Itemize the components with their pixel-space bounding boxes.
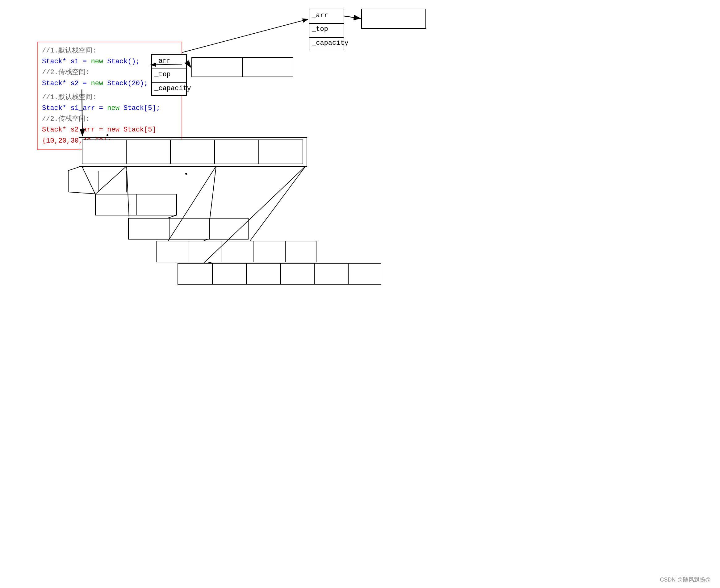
field-arr-1: _arr bbox=[312, 12, 328, 19]
array-row-3-outer bbox=[95, 194, 177, 215]
heap-box-1 bbox=[361, 9, 426, 29]
code-s2: Stack* s2 = bbox=[42, 80, 91, 87]
code-line-7: //2.传栈空间: bbox=[42, 113, 177, 124]
svg-line-15 bbox=[168, 215, 177, 218]
dot-2 bbox=[185, 173, 187, 175]
struct-box-2: _arr _top _capacity bbox=[151, 54, 187, 96]
array-row-1-frame bbox=[79, 138, 307, 167]
code-stack-3: Stack[5]; bbox=[120, 104, 160, 112]
code-s1: Stack* s1 = bbox=[42, 58, 91, 65]
field-arr-2: _arr bbox=[155, 57, 171, 65]
struct-box-1: _arr _top _capacity bbox=[309, 9, 344, 50]
field-top-2: _top bbox=[155, 71, 171, 78]
code-new-2: new bbox=[91, 80, 103, 87]
svg-line-11 bbox=[210, 166, 216, 218]
field-top-1: _top bbox=[312, 25, 328, 33]
bottom-label: CSDN @随风飘扬@ bbox=[660, 576, 711, 583]
array-row-2-outer bbox=[68, 171, 127, 192]
field-capacity-1: _capacity bbox=[312, 39, 349, 47]
svg-line-2 bbox=[187, 62, 191, 67]
code-new-1: new bbox=[91, 58, 103, 65]
heap-box-2a bbox=[191, 57, 242, 77]
array-row-5-outer bbox=[156, 241, 316, 262]
svg-line-6 bbox=[68, 166, 82, 171]
svg-line-1 bbox=[344, 16, 361, 19]
comment-3: //1.默认栈空间: bbox=[42, 93, 96, 101]
field-capacity-2: _capacity bbox=[155, 85, 191, 92]
svg-line-13 bbox=[250, 166, 306, 241]
comment-4: //2.传栈空间: bbox=[42, 115, 89, 123]
array-row-6-outer bbox=[178, 263, 381, 285]
dot-1 bbox=[106, 134, 108, 136]
svg-line-4 bbox=[182, 19, 308, 52]
code-s1arr: Stack* s1_arr = bbox=[42, 104, 107, 112]
code-stack-2: Stack(20); bbox=[103, 80, 148, 87]
heap-box-2b bbox=[242, 57, 293, 77]
array-row-4-outer bbox=[128, 218, 249, 239]
comment-1: //1.默认栈空间: bbox=[42, 47, 96, 55]
code-line-6: Stack* s1_arr = new Stack[5]; bbox=[42, 103, 177, 113]
comment-2: //2.传栈空间: bbox=[42, 68, 89, 76]
code-stack-1: Stack(); bbox=[103, 58, 140, 65]
code-new-3: new bbox=[107, 104, 120, 112]
